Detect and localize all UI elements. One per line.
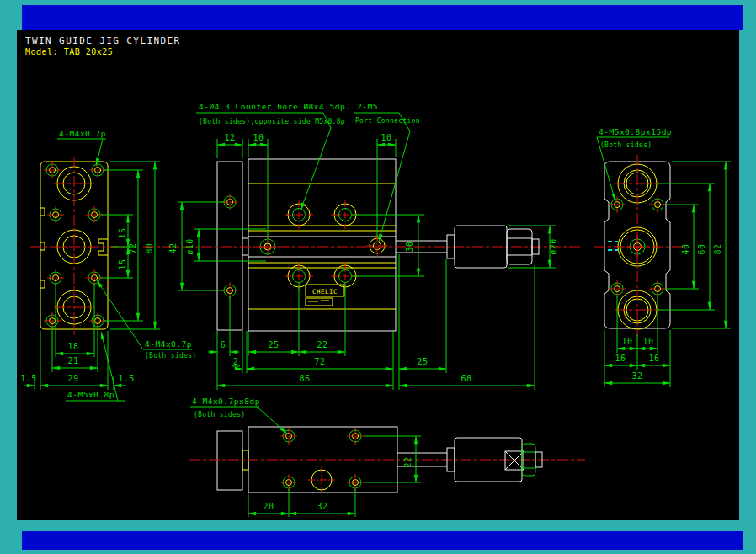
dim-32: 32 bbox=[631, 371, 642, 381]
bottom-band bbox=[22, 531, 743, 550]
dim-68: 68 bbox=[461, 374, 471, 383]
dim-2: 2 bbox=[233, 357, 239, 366]
dim-82: 82 bbox=[713, 243, 722, 254]
port-note-line1: 2-M5 bbox=[357, 102, 378, 111]
counterbore-note-line1: 4-Ø4.3 Counter bore Ø8x4.5dp. bbox=[199, 102, 350, 111]
dim-6: 6 bbox=[221, 340, 226, 349]
dim-40: 40 bbox=[681, 243, 690, 254]
dim-10-left: 10 bbox=[253, 133, 264, 142]
top-band bbox=[22, 5, 743, 30]
bottom-thread-label: 4-M4x0.7px8dp bbox=[192, 397, 260, 406]
left-side-thread-sub: (Both sides) bbox=[145, 352, 196, 360]
logo-text: CHELIC bbox=[312, 288, 338, 296]
cad-drawing: TWIN GUIDE JIG CYLINDER Model: TAB 20x25… bbox=[0, 0, 756, 554]
drawing-model: Model: TAB 20x25 bbox=[25, 47, 113, 56]
dim-25-rod: 25 bbox=[417, 357, 428, 366]
left-bottom-thread-label: 4-M5x0.8p bbox=[67, 390, 114, 399]
dim-22: 22 bbox=[317, 340, 327, 349]
dim-15-lower: 15 bbox=[118, 258, 127, 269]
dim-18: 18 bbox=[67, 342, 78, 351]
cad-window: TWIN GUIDE JIG CYLINDER Model: TAB 20x25… bbox=[0, 0, 756, 554]
drawing-title: TWIN GUIDE JIG CYLINDER bbox=[25, 35, 181, 46]
dim-80: 80 bbox=[145, 242, 154, 253]
dim-30: 30 bbox=[405, 241, 414, 252]
dim-15-upper: 15 bbox=[118, 227, 127, 238]
dim-21: 21 bbox=[67, 356, 78, 365]
bottom-thread-sub: (Both sides) bbox=[194, 411, 245, 418]
dim-16b: 16 bbox=[648, 354, 659, 363]
port-note-line2: Port Connection bbox=[355, 117, 420, 125]
dim-12: 12 bbox=[224, 133, 235, 142]
dim-20: 20 bbox=[263, 502, 274, 511]
dim-rod-dia: ø10 bbox=[185, 238, 194, 255]
counterbore-note-line2: (Both sides),opposite side M5x0.8p bbox=[199, 118, 345, 125]
dim-60: 60 bbox=[697, 243, 706, 254]
dim-10-right: 10 bbox=[381, 133, 391, 142]
dim-1p5-right: 1.5 bbox=[118, 374, 135, 383]
dim-86: 86 bbox=[299, 374, 310, 383]
dim-10a: 10 bbox=[621, 337, 632, 346]
right-thread-sub: (Both sides) bbox=[600, 141, 652, 149]
drawing-canvas[interactable] bbox=[17, 30, 739, 520]
left-side-thread-label: 4-M4x0.7p bbox=[145, 339, 192, 349]
right-thread-label: 4-M5x0.8px15dp bbox=[599, 127, 672, 136]
dim-72: 72 bbox=[128, 242, 137, 253]
dim-25-top: 25 bbox=[268, 340, 279, 349]
dim-1p5-left: 1.5 bbox=[20, 374, 37, 383]
dim-32-bottom: 32 bbox=[317, 502, 327, 511]
dim-72-front: 72 bbox=[314, 357, 325, 366]
dim-16a: 16 bbox=[615, 354, 626, 363]
dim-42: 42 bbox=[168, 242, 178, 253]
left-top-thread-label: 4-M4x0.7p bbox=[59, 129, 106, 138]
dim-10b: 10 bbox=[642, 337, 653, 346]
dim-cyl-dia: ø20 bbox=[549, 238, 558, 255]
dim-22-bottom: 22 bbox=[403, 456, 413, 467]
dim-29: 29 bbox=[67, 374, 78, 383]
